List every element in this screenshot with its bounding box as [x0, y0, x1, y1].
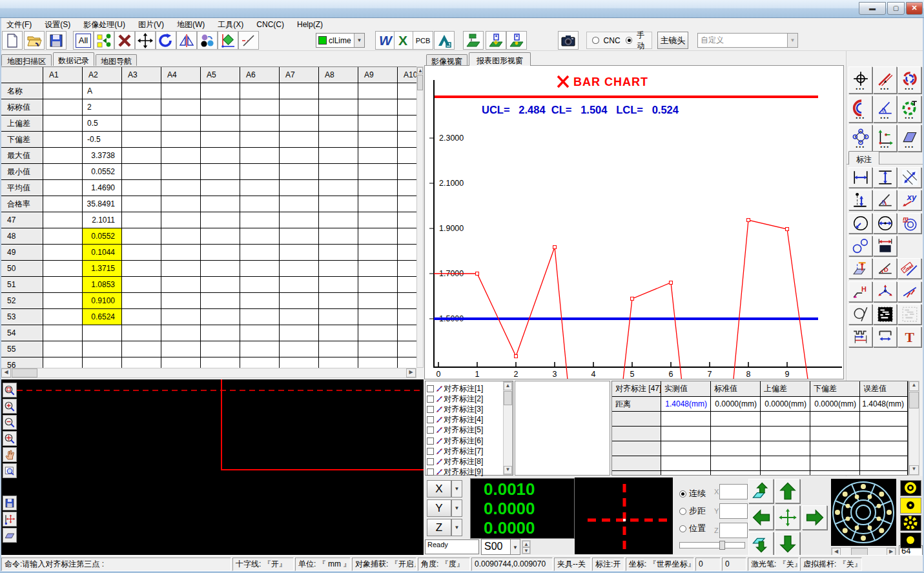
annotation-item[interactable]: 对齐标注[1] — [427, 383, 483, 394]
grid-cell[interactable] — [398, 116, 416, 132]
results-cell-empty[interactable] — [761, 441, 810, 456]
annotation-checkbox[interactable] — [427, 427, 434, 434]
grid-col-header[interactable]: A3 — [122, 67, 161, 83]
tab-left-1[interactable]: 数据记录 — [53, 52, 94, 66]
tab-chart-0[interactable]: 影像视窗 — [426, 54, 467, 66]
grid-cell[interactable] — [358, 148, 398, 164]
grid-cell[interactable] — [122, 293, 161, 309]
grid-cell[interactable] — [161, 261, 201, 277]
line-tool-button[interactable] — [238, 31, 259, 50]
grid-cell[interactable] — [201, 99, 240, 116]
grid-cell[interactable] — [122, 309, 161, 325]
grid-cell[interactable] — [280, 164, 319, 180]
grid-row-header[interactable]: 50 — [1, 261, 43, 277]
grid-cell[interactable] — [319, 228, 358, 245]
grid-cell[interactable] — [122, 99, 161, 116]
annotation-checkbox[interactable] — [427, 448, 434, 455]
grid-row-header[interactable]: 56 — [1, 357, 43, 368]
tool-arc-button[interactable]: ●●● — [848, 96, 872, 123]
annotation-item[interactable]: 对齐标注[4] — [427, 415, 483, 425]
grid-row-header[interactable]: 49 — [1, 245, 43, 261]
results-cell-empty[interactable] — [711, 427, 761, 441]
rotate-button[interactable] — [156, 31, 176, 50]
results-cell-empty[interactable] — [810, 456, 860, 471]
grid-cell[interactable] — [240, 132, 280, 148]
grid-cell[interactable] — [240, 325, 280, 341]
grid-cell[interactable] — [280, 245, 319, 261]
grid-cell[interactable] — [201, 293, 240, 309]
grid-cell[interactable] — [43, 116, 83, 132]
grid-cell[interactable] — [161, 132, 201, 148]
dim-circle-line-button[interactable] — [848, 304, 872, 325]
camera-capture-button[interactable] — [558, 31, 579, 50]
grid-row-header[interactable]: 上偏差 — [1, 116, 43, 132]
dim-radius-button[interactable] — [848, 213, 872, 234]
grid-cell[interactable] — [43, 83, 83, 99]
dim-height-v-button[interactable] — [873, 167, 897, 188]
grid-col-header[interactable]: A9 — [358, 67, 398, 83]
light-mode-4-button[interactable] — [900, 532, 921, 548]
profile-combo-arrow[interactable]: ▼ — [787, 34, 797, 47]
dim-pattern-button[interactable] — [873, 304, 897, 325]
pcb-tool3-button[interactable] — [506, 31, 527, 50]
grid-cell[interactable] — [122, 148, 161, 164]
grid-cell[interactable] — [161, 180, 201, 196]
grid-cell[interactable]: A — [83, 83, 122, 99]
grid-cell[interactable] — [201, 116, 240, 132]
grid-cell[interactable] — [358, 341, 398, 357]
axis-y-dropdown[interactable]: ▼ — [451, 499, 462, 517]
manual-radio[interactable] — [626, 37, 633, 44]
results-cell-empty[interactable] — [761, 427, 810, 441]
annotation-checkbox[interactable] — [427, 416, 434, 423]
grid-cell[interactable] — [83, 325, 122, 341]
grid-cell[interactable] — [398, 261, 416, 277]
grid-cell[interactable] — [398, 212, 416, 228]
annotation-item[interactable]: 对齐标注[8] — [427, 456, 483, 467]
results-cell[interactable]: 0.0000(mm) — [761, 397, 810, 412]
tab-chart-1[interactable]: 报表图形视窗 — [469, 52, 531, 66]
save-view-button[interactable] — [3, 496, 17, 510]
grid-col-header[interactable]: A1 — [43, 67, 83, 83]
cad-view[interactable] — [0, 379, 424, 555]
grid-cell[interactable] — [398, 245, 416, 261]
zoom-window-button[interactable] — [3, 383, 17, 397]
grid-cell[interactable] — [358, 277, 398, 293]
grid-cell[interactable] — [161, 341, 201, 357]
grid-row-header[interactable]: 48 — [1, 228, 43, 245]
grid-cell[interactable] — [122, 228, 161, 245]
results-cell-empty[interactable] — [860, 441, 908, 456]
export-excel-button[interactable]: X — [394, 31, 415, 50]
grid-cell[interactable] — [398, 357, 416, 368]
jog-x-plus-button[interactable] — [802, 505, 827, 530]
grid-cell[interactable] — [122, 357, 161, 368]
grid-cell[interactable] — [319, 277, 358, 293]
grid-cell[interactable] — [280, 196, 319, 212]
jog-y-minus-button[interactable] — [775, 532, 800, 556]
results-cell[interactable]: 0.0000(mm) — [711, 397, 761, 412]
zoom-in-button[interactable] — [3, 399, 17, 414]
grid-cell[interactable] — [398, 180, 416, 196]
speed-combo[interactable]: S00 — [481, 539, 510, 555]
grid-cell[interactable] — [358, 325, 398, 341]
grid-cell[interactable] — [240, 99, 280, 116]
grid-cell[interactable] — [43, 309, 83, 325]
pcb-button[interactable]: PCB — [413, 31, 433, 50]
grid-cell[interactable]: 0.1044 — [83, 245, 122, 261]
jog-mode-0[interactable]: 连续 — [679, 488, 706, 499]
results-col-header[interactable]: 对齐标注 [47] — [612, 381, 661, 397]
annotation-checkbox[interactable] — [427, 396, 434, 403]
speed-spinner[interactable]: ▲ ▼ — [522, 540, 531, 554]
grid-cell[interactable] — [201, 341, 240, 357]
menu-4[interactable]: 地图(W) — [170, 18, 211, 30]
grid-cell[interactable] — [161, 164, 201, 180]
dim-angle-button[interactable]: θ — [873, 190, 897, 210]
grid-cell[interactable] — [398, 228, 416, 245]
annotation-checkbox[interactable] — [427, 406, 434, 413]
grid-cell[interactable] — [280, 341, 319, 357]
grid-cell[interactable] — [122, 245, 161, 261]
grid-cell[interactable] — [319, 341, 358, 357]
results-cell[interactable]: 1.4048(mm) — [661, 397, 711, 412]
step-y-input[interactable] — [719, 503, 748, 519]
annotation-checkbox[interactable] — [427, 437, 434, 445]
grid-cell[interactable] — [240, 164, 280, 180]
